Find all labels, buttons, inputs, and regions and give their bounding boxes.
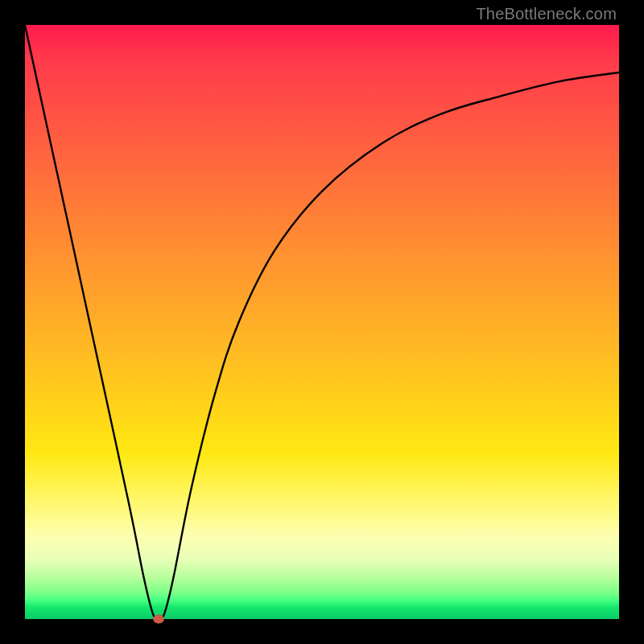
bottleneck-curve [25, 25, 619, 619]
chart-frame: TheBottleneck.com [0, 0, 644, 644]
plot-area [25, 25, 619, 619]
watermark-text: TheBottleneck.com [476, 5, 617, 23]
optimal-point-marker [153, 615, 164, 624]
curve-path [25, 25, 619, 619]
